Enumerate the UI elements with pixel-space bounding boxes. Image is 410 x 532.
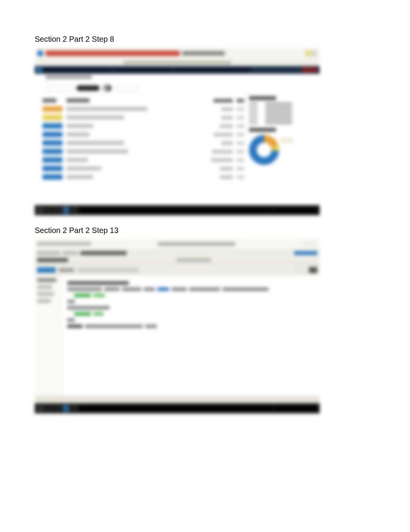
table-row[interactable] bbox=[42, 139, 244, 147]
row-count bbox=[237, 133, 244, 136]
summary-key bbox=[249, 102, 258, 105]
side-item-4[interactable] bbox=[37, 299, 51, 303]
task-item-2[interactable] bbox=[54, 405, 61, 412]
severity-badge bbox=[42, 174, 63, 180]
row-count bbox=[237, 167, 244, 170]
table-row[interactable] bbox=[42, 156, 244, 164]
browser-topbar bbox=[35, 48, 320, 59]
taskbar-spacer bbox=[80, 208, 273, 212]
subbar-text bbox=[123, 61, 231, 64]
results-table bbox=[42, 96, 244, 181]
filter-box-2[interactable] bbox=[57, 85, 73, 91]
ribbon-action-button[interactable] bbox=[294, 251, 317, 255]
severity-badge bbox=[42, 166, 63, 171]
code-line bbox=[74, 311, 314, 317]
donut-callout bbox=[280, 137, 293, 143]
code-token bbox=[67, 318, 75, 322]
task-item-active[interactable] bbox=[63, 405, 69, 412]
row-count bbox=[237, 175, 244, 179]
table-row[interactable] bbox=[42, 147, 244, 156]
nav-segment-3[interactable] bbox=[174, 68, 251, 72]
toolbar-icon-2[interactable] bbox=[309, 267, 317, 273]
table-row[interactable] bbox=[42, 173, 244, 181]
table-row[interactable] bbox=[42, 164, 244, 173]
tab-active[interactable] bbox=[37, 267, 56, 273]
task-item-2[interactable] bbox=[54, 207, 61, 214]
title-text bbox=[158, 242, 235, 246]
system-tray[interactable] bbox=[275, 208, 317, 212]
start-button[interactable] bbox=[37, 207, 44, 214]
logout-button[interactable] bbox=[302, 68, 317, 72]
summary-row bbox=[249, 107, 316, 110]
filter-box-1[interactable] bbox=[46, 85, 53, 91]
window-buttons[interactable] bbox=[302, 241, 317, 246]
severity-badge bbox=[42, 132, 63, 137]
code-token bbox=[222, 287, 269, 291]
filter-chip[interactable] bbox=[115, 85, 138, 91]
ribbon-item-2[interactable] bbox=[63, 251, 78, 255]
row-category bbox=[220, 124, 233, 128]
table-row[interactable] bbox=[42, 105, 244, 113]
th-category bbox=[213, 99, 233, 102]
nav-segment-1[interactable] bbox=[43, 68, 113, 72]
chart-heading bbox=[249, 128, 276, 132]
task-item-4[interactable] bbox=[71, 207, 78, 214]
code-token bbox=[93, 294, 105, 297]
summary-row bbox=[249, 121, 316, 124]
nav-logo-icon bbox=[37, 68, 42, 72]
nav-segment-2[interactable] bbox=[114, 68, 172, 72]
donut-chart bbox=[249, 135, 291, 170]
row-category bbox=[213, 133, 233, 136]
side-item-3[interactable] bbox=[37, 292, 54, 296]
row-name bbox=[66, 158, 88, 162]
breadcrumb-text bbox=[46, 75, 92, 79]
tab-2[interactable] bbox=[59, 268, 74, 272]
summary-value bbox=[265, 102, 292, 105]
summary-panel bbox=[244, 96, 316, 181]
code-token bbox=[85, 325, 143, 328]
code-token bbox=[144, 287, 155, 291]
ribbon-item-1[interactable] bbox=[37, 251, 60, 255]
task-item-1[interactable] bbox=[46, 405, 53, 412]
table-row[interactable] bbox=[42, 122, 244, 130]
task-item-1[interactable] bbox=[46, 207, 53, 214]
url-bar[interactable] bbox=[46, 51, 180, 56]
window-controls[interactable] bbox=[305, 50, 317, 56]
severity-badge bbox=[42, 115, 63, 120]
row-category bbox=[220, 167, 233, 170]
severity-badge bbox=[42, 123, 63, 129]
code-line bbox=[67, 304, 314, 311]
code-token bbox=[189, 287, 220, 291]
app-navbar bbox=[35, 66, 320, 74]
row-name bbox=[66, 175, 93, 179]
screenshot-step13 bbox=[35, 239, 320, 413]
side-item-2[interactable] bbox=[37, 285, 53, 289]
summary-value bbox=[265, 107, 292, 110]
code-token bbox=[67, 306, 110, 309]
heading-step13: Section 2 Part 2 Step 13 bbox=[35, 226, 375, 235]
table-row[interactable] bbox=[42, 130, 244, 139]
code-token bbox=[104, 287, 120, 291]
row-category bbox=[212, 150, 233, 153]
toolbar-cmd[interactable] bbox=[77, 268, 139, 272]
row-count bbox=[237, 158, 244, 162]
system-tray[interactable] bbox=[275, 406, 317, 411]
menu-bar[interactable] bbox=[37, 242, 91, 246]
toolbar-icon-1[interactable] bbox=[297, 267, 306, 273]
filter-toggle[interactable] bbox=[103, 85, 111, 91]
side-item-1[interactable] bbox=[37, 278, 56, 282]
row-name bbox=[66, 124, 93, 128]
summary-row bbox=[249, 102, 316, 105]
code-editor[interactable] bbox=[62, 276, 320, 396]
task-item-active[interactable] bbox=[63, 207, 69, 214]
summary-key bbox=[249, 116, 258, 119]
row-name bbox=[66, 150, 128, 153]
task-item-4[interactable] bbox=[71, 405, 78, 412]
filter-label bbox=[76, 85, 100, 91]
title-center bbox=[91, 242, 302, 246]
start-button[interactable] bbox=[37, 405, 44, 412]
code-token bbox=[67, 281, 129, 285]
code-line bbox=[67, 298, 314, 304]
table-row[interactable] bbox=[42, 113, 244, 122]
summary-value bbox=[265, 116, 292, 119]
